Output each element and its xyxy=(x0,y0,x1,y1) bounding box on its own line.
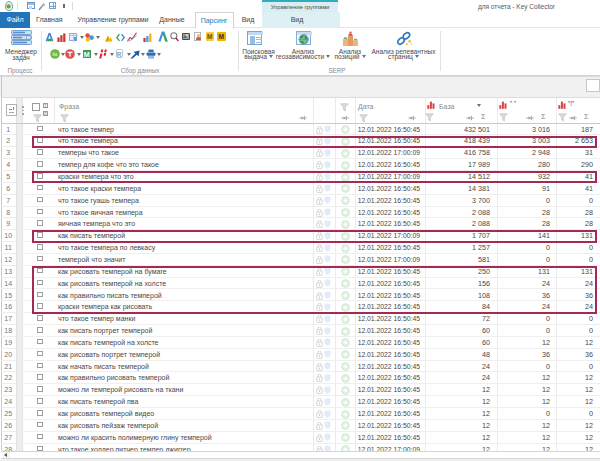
svg-text:ks: ks xyxy=(52,52,57,57)
